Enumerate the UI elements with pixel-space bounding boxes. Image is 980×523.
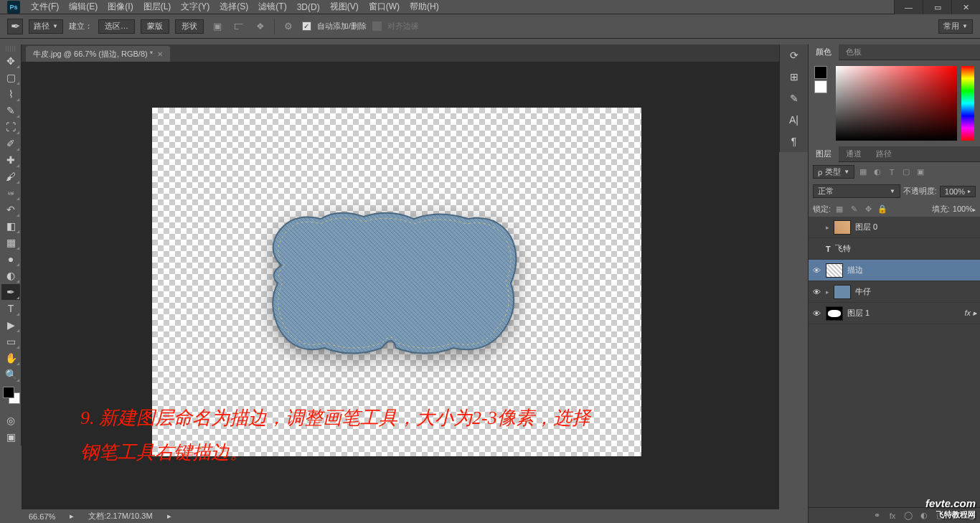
shape-tool[interactable]: ▭ [1, 334, 20, 349]
window-close[interactable]: ✕ [951, 0, 980, 14]
gear-icon[interactable]: ⚙ [281, 19, 296, 34]
layer-thumbnail[interactable] [834, 285, 851, 299]
screen-mode-toggle[interactable]: ▣ [1, 429, 20, 445]
healing-tool[interactable]: ✚ [1, 152, 20, 168]
layer-thumbnail[interactable] [834, 220, 851, 235]
layer-fx-icon[interactable]: fx [887, 510, 898, 522]
zoom-level[interactable]: 66.67% [29, 512, 55, 521]
path-mode-dropdown[interactable]: 路径▼ [29, 19, 63, 34]
window-minimize[interactable]: — [894, 0, 923, 14]
panel-grip[interactable] [6, 46, 15, 52]
lock-position-icon[interactable]: ✥ [862, 203, 874, 215]
path-combine-icon[interactable]: ▣ [209, 19, 225, 34]
layer-name[interactable]: 图层 1 [847, 308, 870, 319]
document-tab[interactable]: 牛皮.jpg @ 66.7% (描边, RGB/8) * ✕ [26, 46, 170, 62]
quick-mask-toggle[interactable]: ◎ [1, 413, 20, 428]
lock-image-icon[interactable]: ✎ [848, 203, 859, 215]
filter-image-icon[interactable]: ▦ [857, 166, 869, 178]
arrow-icon[interactable]: ▸ [70, 512, 74, 521]
make-shape-button[interactable]: 形状 [175, 19, 204, 34]
brush-tool[interactable]: 🖌 [1, 169, 20, 184]
eraser-tool[interactable]: ◧ [1, 218, 20, 234]
path-align-icon[interactable]: ⫍ [231, 19, 247, 34]
menu-window[interactable]: 窗口(W) [369, 1, 400, 13]
brush-panel-icon[interactable]: ✎ [780, 88, 808, 109]
marquee-tool[interactable]: ▢ [1, 70, 20, 85]
layer-filter-dropdown[interactable]: ρ 类型 ▼ [813, 165, 854, 179]
lock-transparent-icon[interactable]: ▦ [834, 203, 845, 215]
layer-name[interactable]: 飞特 [835, 243, 851, 254]
path-select-tool[interactable]: ▶ [1, 317, 20, 333]
layer-row[interactable]: ▸ 图层 0 [809, 217, 980, 238]
visibility-toggle[interactable] [811, 244, 821, 254]
menu-help[interactable]: 帮助(H) [410, 1, 439, 13]
fx-badge[interactable]: fx ▸ [964, 308, 977, 318]
layer-row[interactable]: 👁 ▸ 牛仔 [809, 281, 980, 303]
history-panel-icon[interactable]: ⟳ [780, 44, 808, 66]
menu-select[interactable]: 选择(S) [220, 1, 248, 13]
layers-tab[interactable]: 图层 [809, 146, 839, 162]
link-layers-icon[interactable]: ⚭ [871, 510, 882, 522]
hand-tool[interactable]: ✋ [1, 350, 20, 366]
color-field[interactable] [836, 66, 957, 141]
properties-panel-icon[interactable]: ⊞ [780, 66, 808, 88]
paths-tab[interactable]: 路径 [869, 146, 899, 162]
menu-file[interactable]: 文件(F) [31, 1, 59, 13]
layer-row[interactable]: 👁 描边 [809, 260, 980, 281]
blur-tool[interactable]: ● [1, 251, 20, 267]
opacity-input[interactable]: 100%▸ [940, 186, 976, 197]
blend-mode-dropdown[interactable]: 正常 ▼ [813, 184, 900, 198]
crop-tool[interactable]: ⛶ [1, 119, 20, 135]
layer-name[interactable]: 描边 [847, 265, 863, 275]
align-edges-checkbox[interactable] [372, 22, 382, 31]
auto-add-delete-checkbox[interactable]: ✓ [302, 22, 311, 31]
quick-select-tool[interactable]: ✎ [1, 103, 20, 118]
path-arrange-icon[interactable]: ❖ [253, 19, 268, 34]
filter-shape-icon[interactable]: ▢ [900, 166, 912, 178]
menu-type[interactable]: 文字(Y) [181, 1, 209, 13]
filter-smart-icon[interactable]: ▣ [915, 166, 926, 178]
type-tool[interactable]: T [1, 301, 20, 316]
menu-layer[interactable]: 图层(L) [143, 1, 171, 13]
fg-color-mini[interactable] [814, 66, 827, 79]
color-swatches[interactable] [3, 387, 18, 408]
menu-edit[interactable]: 编辑(E) [69, 1, 98, 13]
swatches-tab[interactable]: 色板 [839, 44, 869, 60]
visibility-toggle[interactable]: 👁 [811, 287, 821, 297]
bg-color-mini[interactable] [814, 80, 827, 93]
pen-tool[interactable]: ✒ [1, 284, 20, 300]
move-tool[interactable]: ✥ [1, 53, 20, 69]
dodge-tool[interactable]: ◐ [1, 268, 20, 283]
zoom-tool[interactable]: 🔍 [1, 367, 20, 382]
fill-input[interactable]: 100%▸ [953, 204, 976, 213]
menu-3d[interactable]: 3D(D) [297, 2, 320, 12]
color-tab[interactable]: 颜色 [809, 44, 839, 60]
channels-tab[interactable]: 通道 [839, 146, 869, 162]
layer-name[interactable]: 牛仔 [855, 286, 871, 297]
layer-row[interactable]: T 飞特 [809, 238, 980, 260]
visibility-toggle[interactable] [811, 222, 821, 232]
gradient-tool[interactable]: ▦ [1, 235, 20, 250]
menu-view[interactable]: 视图(V) [330, 1, 359, 13]
stamp-tool[interactable]: ⎃ [1, 185, 20, 201]
layer-thumbnail[interactable] [826, 263, 843, 278]
character-panel-icon[interactable]: A| [780, 109, 808, 131]
filter-type-icon[interactable]: T [886, 166, 897, 178]
layer-thumbnail[interactable] [826, 306, 843, 321]
document-info[interactable]: 文档:2.17M/10.3M [88, 511, 152, 522]
eyedropper-tool[interactable]: ✐ [1, 136, 20, 151]
make-selection-button[interactable]: 选区… [98, 19, 135, 34]
lock-all-icon[interactable]: 🔒 [877, 203, 888, 215]
hue-slider[interactable] [961, 66, 974, 141]
menu-image[interactable]: 图像(I) [108, 1, 133, 13]
filter-adjust-icon[interactable]: ◐ [872, 166, 883, 178]
layer-name[interactable]: 图层 0 [855, 222, 877, 232]
close-tab-icon[interactable]: ✕ [157, 50, 163, 58]
make-mask-button[interactable]: 蒙版 [141, 19, 169, 34]
arrow-icon[interactable]: ▸ [167, 512, 171, 521]
history-brush-tool[interactable]: ↶ [1, 202, 20, 217]
paragraph-panel-icon[interactable]: ¶ [780, 131, 808, 152]
foreground-color[interactable] [3, 387, 14, 398]
lasso-tool[interactable]: ⌇ [1, 86, 20, 102]
tool-preset-picker[interactable]: ✒ [7, 19, 23, 34]
